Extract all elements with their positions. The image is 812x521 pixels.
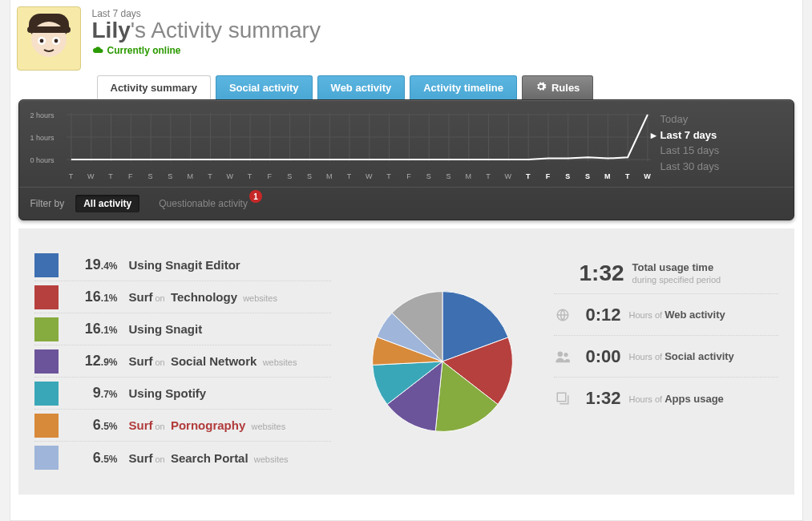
day-label: W <box>505 172 512 180</box>
day-label: T <box>69 172 74 180</box>
range-option[interactable]: Today <box>661 111 782 127</box>
user-name: Lily <box>92 18 131 42</box>
day-label: S <box>565 172 570 180</box>
day-label: F <box>546 172 551 180</box>
pie-chart <box>366 285 519 438</box>
activity-row[interactable]: 19.4% Using Snagit Editor <box>34 249 331 281</box>
day-label: S <box>148 172 153 180</box>
activity-percent: 6.5% <box>70 450 118 466</box>
color-swatch <box>34 317 59 341</box>
stat-row: 0:12 Hours of Web activity <box>554 294 778 336</box>
filter-row: Filter by All activityQuestionable activ… <box>19 188 794 220</box>
tab-summary[interactable]: Activity summary <box>97 75 211 99</box>
title-block: Last 7 days Lily's Activity summary Curr… <box>92 6 321 56</box>
tab-web[interactable]: Web activity <box>317 75 406 99</box>
activity-percent: 9.7% <box>70 385 118 402</box>
color-swatch <box>34 285 59 309</box>
tab-rules[interactable]: Rules <box>522 75 593 99</box>
range-selector: TodayLast 7 daysLast 15 daysLast 30 days <box>661 108 782 180</box>
activity-row[interactable]: 9.7% Using Spotify <box>34 378 331 410</box>
activity-label: Using Snagit <box>129 322 203 336</box>
day-label: M <box>326 172 333 180</box>
cloud-icon <box>92 46 103 55</box>
user-avatar[interactable] <box>17 6 81 71</box>
stat-label: Hours of Web activity <box>629 309 725 321</box>
day-label: W <box>366 172 373 180</box>
apps-icon <box>554 391 572 406</box>
activity-percent: 16.1% <box>70 321 118 337</box>
day-label: S <box>287 172 292 180</box>
timeline-chart[interactable]: 2 hours1 hours0 hoursTWTFSSMTWTFSSMTWTFS… <box>30 108 651 180</box>
page: Last 7 days Lily's Activity summary Curr… <box>10 0 803 521</box>
activity-label: Surfon Pornography websites <box>129 418 289 432</box>
svg-point-41 <box>557 351 562 356</box>
stat-value: 1:32 <box>580 260 624 286</box>
color-swatch <box>34 446 59 470</box>
activity-row[interactable]: 12.9% Surfon Social Network websites <box>34 345 331 378</box>
activity-label: Surfon Technology websites <box>129 290 280 304</box>
activity-label: Surfon Search Portal websites <box>129 451 291 465</box>
day-label: T <box>108 172 113 180</box>
range-option[interactable]: Last 15 days <box>661 143 782 159</box>
day-label: M <box>187 172 193 180</box>
y-axis-label: 1 hours <box>30 134 55 142</box>
activity-label: Using Spotify <box>129 386 207 400</box>
tab-timeline[interactable]: Activity timeline <box>410 75 517 99</box>
activity-row[interactable]: 16.1% Surfon Technology websites <box>34 281 331 313</box>
avatar-face-icon <box>22 12 75 65</box>
activity-percent: 19.4% <box>70 256 118 273</box>
activity-label: Using Snagit Editor <box>129 258 240 272</box>
tab-social[interactable]: Social activity <box>216 75 313 99</box>
day-label: W <box>227 172 234 180</box>
day-label: T <box>386 172 391 180</box>
day-label: M <box>466 172 472 180</box>
stat-value: 0:12 <box>580 305 621 325</box>
day-label: T <box>625 172 630 180</box>
stat-value: 1:32 <box>580 388 621 409</box>
filter-options: All activityQuestionable activity1 <box>75 195 256 212</box>
activity-list: 19.4% Using Snagit Editor 16.1% Surfon T… <box>34 249 331 474</box>
day-label: T <box>248 172 252 180</box>
filter-all[interactable]: All activity <box>75 195 139 212</box>
day-label: W <box>644 172 651 180</box>
day-label: F <box>268 172 273 180</box>
page-title: Lily's Activity summary <box>92 18 321 43</box>
filter-quest[interactable]: Questionable activity1 <box>151 195 256 212</box>
online-status: Currently online <box>92 45 321 56</box>
y-axis-label: 0 hours <box>30 156 55 164</box>
range-option[interactable]: Last 30 days <box>661 159 782 175</box>
day-label: W <box>87 172 95 180</box>
day-label: T <box>208 172 212 180</box>
svg-rect-43 <box>557 393 566 402</box>
day-label: S <box>446 172 450 180</box>
activity-percent: 12.9% <box>70 353 118 370</box>
color-swatch <box>34 253 59 277</box>
stat-row: 0:00 Hours of Social activity <box>554 336 778 378</box>
day-label: S <box>307 172 312 180</box>
color-swatch <box>34 349 59 374</box>
svg-point-42 <box>564 353 568 357</box>
pie-chart-wrap <box>339 249 546 474</box>
filter-label: Filter by <box>30 198 65 209</box>
timeline-panel: 2 hours1 hours0 hoursTWTFSSMTWTFSSMTWTFS… <box>18 99 794 220</box>
stat-row: 1:32 Total usage timeduring specified pe… <box>554 252 778 294</box>
color-swatch <box>34 414 59 438</box>
day-label: M <box>604 172 611 180</box>
day-label: S <box>426 172 431 180</box>
people-icon <box>554 350 572 363</box>
activity-row[interactable]: 6.5% Surfon Search Portal websites <box>34 442 331 474</box>
activity-body: 19.4% Using Snagit Editor 16.1% Surfon T… <box>18 228 794 495</box>
activity-row[interactable]: 16.1% Using Snagit <box>34 313 331 345</box>
day-label: T <box>347 172 352 180</box>
range-option[interactable]: Last 7 days <box>661 127 782 143</box>
svg-point-6 <box>54 39 58 43</box>
usage-stats: 1:32 Total usage timeduring specified pe… <box>554 249 778 474</box>
activity-row[interactable]: 6.5% Surfon Pornography websites <box>34 410 331 442</box>
timeline-row: 2 hours1 hours0 hoursTWTFSSMTWTFSSMTWTFS… <box>19 100 794 188</box>
stat-label: Hours of Social activity <box>629 350 734 362</box>
day-label: F <box>406 172 411 180</box>
header: Last 7 days Lily's Activity summary Curr… <box>10 0 802 71</box>
activity-label: Surfon Social Network websites <box>129 354 300 368</box>
stat-value: 0:00 <box>580 346 621 367</box>
activity-percent: 16.1% <box>70 289 118 305</box>
